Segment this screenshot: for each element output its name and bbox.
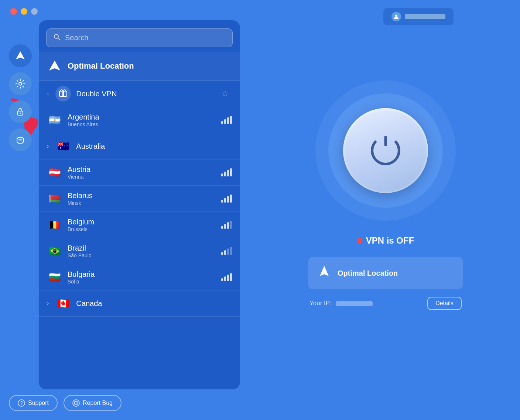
vpn-status-label: VPN is OFF	[366, 235, 414, 246]
canada-flag: 🇨🇦	[55, 296, 71, 311]
australia-name: Australia	[76, 142, 232, 151]
nav-blocker-button[interactable]	[9, 128, 32, 151]
austria-name: Austria	[68, 165, 216, 174]
selected-location-label: Optimal Location	[338, 269, 398, 278]
vpn-status-row: VPN is OFF	[357, 235, 414, 246]
australia-flag: 🇦🇺	[55, 138, 71, 154]
nav-security-button[interactable]	[9, 100, 32, 123]
details-button[interactable]: Details	[427, 297, 462, 310]
favorite-star-icon[interactable]: ☆	[222, 89, 229, 99]
list-item-double-vpn[interactable]: › Double VPN ☆	[39, 81, 240, 107]
canada-name: Canada	[76, 299, 232, 308]
list-item-australia[interactable]: › 🇦🇺 Australia	[39, 133, 240, 159]
bulgaria-flag: 🇧🇬	[47, 269, 62, 285]
list-item-canada[interactable]: › 🇨🇦 Canada	[39, 290, 240, 317]
list-item-argentina[interactable]: 🇦🇷 Argentina Buenos Aires	[39, 107, 240, 133]
svg-line-7	[58, 38, 60, 40]
search-bar[interactable]	[46, 28, 233, 47]
signal-bars-belgium	[221, 221, 232, 229]
vpn-status-dot	[357, 238, 362, 243]
double-vpn-icon	[55, 86, 71, 101]
server-list: Optimal Location › Double VPN ☆ 🇦🇷 Argen…	[39, 52, 240, 389]
left-navigation	[0, 0, 41, 420]
support-button[interactable]: ? Support	[9, 395, 58, 411]
argentina-city: Buenos Aires	[68, 121, 216, 127]
argentina-name: Argentina	[68, 113, 216, 121]
belgium-name: Belgium	[68, 218, 216, 226]
optimal-location-label: Optimal Location	[68, 61, 134, 71]
signal-bars-bulgaria	[221, 273, 232, 281]
nav-locations-button[interactable]	[9, 44, 32, 67]
list-item-brazil[interactable]: 🇧🇷 Brazil São Paulo	[39, 238, 240, 264]
argentina-flag: 🇦🇷	[47, 112, 62, 128]
report-bug-button[interactable]: Report Bug	[64, 395, 122, 411]
svg-point-2	[19, 82, 22, 85]
main-area: VPN is OFF Optimal Location Your IP: Det…	[251, 0, 520, 420]
support-icon: ?	[18, 399, 25, 407]
belgium-city: Brussels	[68, 226, 216, 232]
chevron-icon: ›	[47, 90, 49, 97]
bulgaria-name: Bulgaria	[68, 270, 216, 279]
belarus-name: Belarus	[68, 192, 216, 200]
search-icon	[53, 33, 61, 42]
svg-point-12	[76, 404, 76, 404]
nav-settings-button[interactable]	[9, 72, 32, 95]
austria-city: Vienna	[68, 174, 216, 180]
list-item-belgium[interactable]: 🇧🇪 Belgium Brussels	[39, 212, 240, 238]
search-input[interactable]	[65, 34, 226, 42]
ip-address-blurred	[336, 301, 373, 306]
optimal-location-item[interactable]: Optimal Location	[39, 52, 240, 81]
belgium-flag: 🇧🇪	[47, 217, 62, 233]
power-button[interactable]	[343, 108, 428, 193]
location-rocket-icon	[317, 264, 332, 282]
brazil-name: Brazil	[68, 244, 216, 252]
svg-point-4	[20, 113, 21, 114]
power-symbol-icon	[371, 136, 400, 165]
bottom-bar: ? Support Report Bug	[9, 395, 122, 411]
power-ring-outer	[315, 80, 456, 221]
signal-bars-belarus	[221, 194, 232, 203]
list-item-bulgaria[interactable]: 🇧🇬 Bulgaria Sofia	[39, 264, 240, 290]
double-vpn-label: Double VPN	[76, 90, 216, 98]
bug-icon	[72, 399, 80, 407]
list-item-belarus[interactable]: 🇧🇾 Belarus Minsk	[39, 186, 240, 212]
belarus-flag: 🇧🇾	[47, 191, 62, 206]
signal-bars-argentina	[221, 116, 232, 124]
server-list-panel: Optimal Location › Double VPN ☆ 🇦🇷 Argen…	[39, 20, 240, 389]
brazil-flag: 🇧🇷	[47, 243, 62, 259]
list-item-austria[interactable]: 🇦🇹 Austria Vienna	[39, 159, 240, 186]
power-ring-middle	[328, 93, 443, 208]
brazil-city: São Paulo	[68, 252, 216, 258]
ip-row: Your IP: Details	[308, 297, 463, 310]
austria-flag: 🇦🇹	[47, 165, 62, 180]
optimal-location-icon	[47, 58, 62, 74]
selected-location-card[interactable]: Optimal Location	[308, 257, 463, 289]
bulgaria-city: Sofia	[68, 279, 216, 285]
chevron-icon: ›	[47, 143, 49, 149]
ip-label: Your IP:	[309, 300, 375, 307]
belarus-city: Minsk	[68, 200, 216, 206]
chevron-icon: ›	[47, 300, 49, 307]
signal-bars-austria	[221, 168, 232, 176]
signal-bars-brazil	[221, 247, 232, 255]
